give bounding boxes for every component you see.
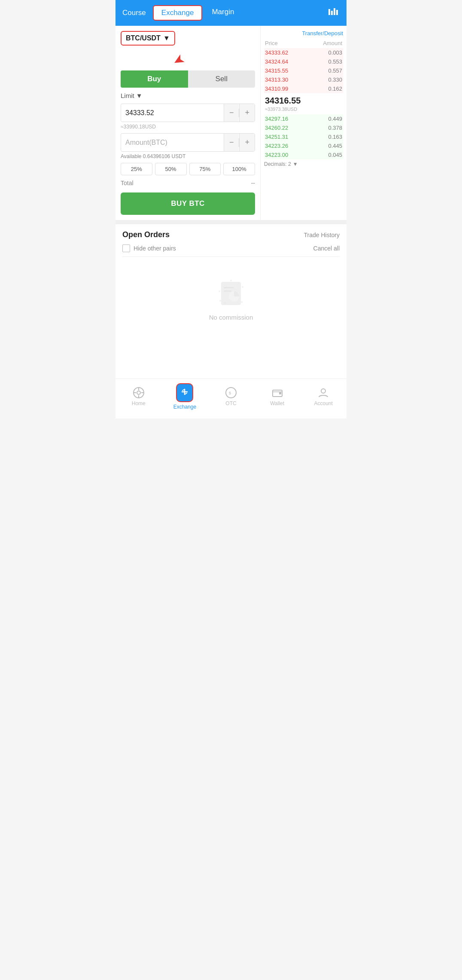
otc-nav-label: OTC (225, 400, 236, 406)
empty-orders-state: ≡ No commission (122, 261, 340, 347)
sell-price: 34310.99 (265, 85, 288, 92)
sell-amount: 0.330 (328, 76, 342, 83)
sell-orders: 34333.62 0.003 34324.64 0.553 34315.55 0… (264, 48, 343, 93)
percentage-buttons: 25% 50% 75% 100% (121, 163, 255, 175)
nav-item-exchange[interactable]: Exchange (162, 383, 208, 410)
amount-increment-button[interactable]: + (239, 134, 255, 151)
nav-item-home[interactable]: Home (116, 387, 162, 406)
hide-pairs-row: Hide other pairs Cancel all (122, 244, 340, 252)
sell-tab[interactable]: Sell (188, 70, 255, 88)
sell-amount: 0.162 (328, 85, 342, 92)
price-input[interactable] (121, 105, 224, 121)
available-balance: Available 0.64396106 USDT (121, 153, 255, 159)
amount-decrement-button[interactable]: − (224, 134, 239, 151)
sell-amount: 0.557 (328, 67, 342, 74)
svg-point-11 (241, 301, 243, 303)
exchange-nav-label: Exchange (173, 404, 196, 410)
open-orders-section: Open Orders Trade History Hide other pai… (116, 224, 346, 353)
transfer-deposit-link[interactable]: Transfer/Deposit (264, 30, 343, 37)
pct-25-button[interactable]: 25% (121, 163, 152, 175)
otc-icon: $ (225, 387, 237, 399)
pct-75-button[interactable]: 75% (189, 163, 221, 175)
pair-selector-wrapper: BTC/USDT ▼ ➤ (121, 31, 175, 49)
left-panel: BTC/USDT ▼ ➤ Buy Sell Limit ▼ − + ≈33990… (116, 26, 261, 220)
hide-pairs-left: Hide other pairs (122, 244, 176, 252)
sell-order-row: 34310.99 0.162 (264, 84, 343, 93)
account-icon (317, 387, 329, 399)
total-row: Total -- (121, 180, 255, 186)
svg-point-15 (137, 391, 140, 394)
pct-50-button[interactable]: 50% (155, 163, 187, 175)
hide-pairs-label: Hide other pairs (134, 245, 176, 252)
home-nav-label: Home (132, 400, 146, 406)
empty-text: No commission (209, 314, 253, 321)
cancel-all-button[interactable]: Cancel all (313, 245, 340, 252)
buy-amount: 0.449 (328, 116, 342, 122)
exchange-icon-wrap (176, 383, 193, 402)
total-label: Total (121, 180, 134, 186)
amount-input[interactable] (121, 134, 224, 151)
pair-label: BTC/USDT (126, 34, 161, 42)
wallet-nav-label: Wallet (270, 400, 284, 406)
buy-amount: 0.045 (328, 152, 342, 158)
price-input-row: − + (121, 104, 255, 122)
nav-item-otc[interactable]: $ OTC (208, 387, 254, 406)
svg-rect-2 (334, 8, 335, 15)
sell-order-row: 34333.62 0.003 (264, 48, 343, 57)
price-increment-button[interactable]: + (239, 104, 255, 122)
limit-selector[interactable]: Limit ▼ (121, 92, 255, 99)
svg-point-9 (242, 286, 243, 288)
order-book-header: Price Amount (264, 40, 343, 46)
amount-input-row: − + (121, 133, 255, 152)
order-book: Transfer/Deposit Price Amount 34333.62 0… (261, 26, 346, 220)
home-icon (133, 387, 145, 399)
buy-amount: 0.445 (328, 143, 342, 149)
ob-amount-header: Amount (323, 40, 342, 46)
sell-price: 34315.55 (265, 67, 288, 74)
svg-point-10 (219, 300, 221, 302)
nav-item-account[interactable]: Account (300, 387, 346, 406)
empty-icon: ≡ (216, 278, 246, 308)
decimals-selector[interactable]: Decimals: 2 ▼ (264, 161, 343, 167)
buy-price: 34297.16 (265, 116, 288, 122)
total-value: -- (251, 180, 255, 186)
buy-amount: 0.378 (328, 125, 342, 131)
price-decrement-button[interactable]: − (224, 104, 239, 122)
buy-price: 34251.31 (265, 134, 288, 140)
mid-price-usd: ≈33973.38USD (264, 107, 343, 112)
tab-exchange[interactable]: Exchange (153, 5, 203, 21)
sell-order-row: 34313.30 0.330 (264, 75, 343, 84)
svg-point-8 (219, 290, 220, 292)
pct-100-button[interactable]: 100% (223, 163, 255, 175)
ob-price-header: Price (265, 40, 278, 46)
decimals-label: Decimals: 2 (264, 161, 291, 167)
nav-item-wallet[interactable]: Wallet (254, 387, 301, 406)
pair-selector[interactable]: BTC/USDT ▼ (121, 31, 175, 46)
sell-order-row: 34324.64 0.553 (264, 57, 343, 66)
hide-pairs-checkbox[interactable] (122, 244, 130, 252)
price-approx-usd: ≈33990.18USD (121, 124, 255, 130)
trade-history-link[interactable]: Trade History (304, 232, 340, 238)
pair-dropdown-icon: ▼ (163, 34, 170, 42)
bottom-navigation: Home Exchange $ OTC (116, 379, 346, 418)
svg-rect-1 (331, 11, 333, 15)
buy-order-row: 34251.31 0.163 (264, 132, 343, 141)
wallet-icon (271, 387, 283, 399)
svg-point-29 (321, 389, 325, 393)
section-separator (116, 220, 346, 224)
buy-price: 34223.00 (265, 152, 288, 158)
buy-sell-tabs: Buy Sell (121, 70, 255, 88)
course-nav-item[interactable]: Course (122, 9, 146, 17)
sell-price: 34324.64 (265, 58, 288, 65)
open-orders-header: Open Orders Trade History (122, 230, 340, 239)
tab-margin[interactable]: Margin (204, 5, 242, 21)
buy-tab[interactable]: Buy (121, 70, 188, 88)
trading-area: BTC/USDT ▼ ➤ Buy Sell Limit ▼ − + ≈33990… (116, 26, 346, 220)
buy-order-row: 34223.00 0.045 (264, 150, 343, 159)
buy-btc-button[interactable]: BUY BTC (121, 192, 255, 215)
buy-order-row: 34297.16 0.449 (264, 114, 343, 123)
buy-amount: 0.163 (328, 134, 342, 140)
decimals-dropdown-icon: ▼ (293, 161, 298, 167)
sell-amount: 0.553 (328, 58, 342, 65)
chart-icon[interactable] (328, 7, 340, 19)
